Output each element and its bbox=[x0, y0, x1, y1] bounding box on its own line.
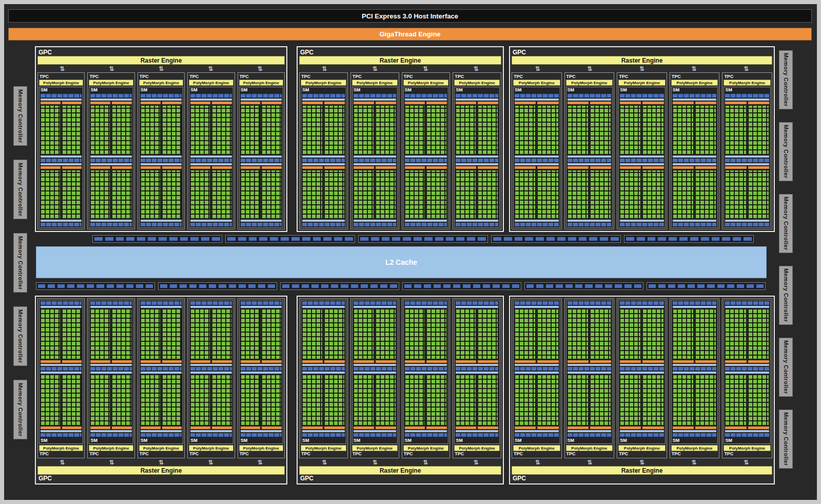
core-grid bbox=[90, 170, 110, 219]
core-grid bbox=[673, 375, 694, 426]
polymorph-engine: PolyMorph Engine bbox=[352, 445, 398, 451]
memory-link-tile bbox=[302, 237, 311, 241]
sm-block: SM bbox=[513, 87, 560, 228]
memory-link-tile bbox=[291, 237, 300, 241]
core-grid bbox=[590, 375, 611, 426]
tpc-block: TPCPolyMorph EngineSM bbox=[299, 72, 348, 229]
core-grid bbox=[62, 309, 82, 360]
sm-half bbox=[537, 166, 558, 219]
core-grid bbox=[141, 105, 161, 154]
blue-bar bbox=[620, 301, 664, 305]
sm-half bbox=[190, 309, 210, 363]
light-bar bbox=[190, 364, 231, 366]
polymorph-engine: PolyMorph Engine bbox=[89, 445, 133, 451]
memory-link-group bbox=[358, 235, 488, 243]
sm-block: SM bbox=[139, 87, 183, 228]
memory-link-tile bbox=[180, 237, 189, 241]
memory-link-tile bbox=[301, 284, 309, 288]
memory-link-tile bbox=[624, 284, 632, 288]
tpc-block: TPCPolyMorph EngineSM bbox=[187, 72, 234, 229]
tpc-row: TPCPolyMorph EngineSMTPCPolyMorph Engine… bbox=[299, 298, 501, 458]
sm-half-row bbox=[354, 375, 396, 430]
orange-bar bbox=[112, 102, 132, 104]
memory-link-tile bbox=[360, 284, 368, 288]
sm-half-row bbox=[141, 375, 182, 430]
core-grid bbox=[620, 170, 641, 219]
core-grid bbox=[324, 309, 345, 360]
sm-half bbox=[241, 166, 261, 219]
light-bar bbox=[141, 306, 182, 308]
sm-half-row bbox=[568, 375, 612, 430]
memory-link-tile bbox=[86, 284, 94, 288]
light-bar bbox=[41, 99, 82, 101]
memory-link-group bbox=[280, 282, 399, 290]
polymorph-engine: PolyMorph Engine bbox=[89, 80, 133, 86]
sm-half bbox=[212, 102, 232, 154]
blue-bar bbox=[515, 433, 559, 437]
sm-internals bbox=[301, 300, 346, 438]
memory-controller: Memory Controller bbox=[779, 338, 793, 397]
blue-bar bbox=[673, 94, 717, 98]
sm-block: SM bbox=[724, 300, 771, 444]
memory-link-tile bbox=[614, 284, 622, 288]
core-grid bbox=[41, 309, 61, 360]
blue-bar bbox=[673, 367, 717, 371]
memory-link-tile bbox=[340, 284, 348, 288]
sm-half bbox=[456, 102, 476, 154]
blue-bar bbox=[568, 367, 612, 371]
sm-half bbox=[673, 102, 694, 154]
sm-half bbox=[62, 102, 82, 154]
tpc-block: TPCPolyMorph EngineSM bbox=[138, 298, 185, 458]
memory-link-tile bbox=[248, 237, 258, 241]
sm-half bbox=[568, 375, 589, 430]
sm-half-row bbox=[620, 102, 664, 154]
sm-label: SM bbox=[724, 438, 770, 443]
sm-half-row bbox=[405, 166, 447, 219]
blue-bar bbox=[241, 367, 282, 371]
memory-link-tile bbox=[76, 284, 85, 288]
tpc-label: TPC bbox=[89, 74, 133, 80]
tpc-label: TPC bbox=[239, 451, 283, 457]
core-grid bbox=[112, 375, 132, 426]
sm-half-row bbox=[354, 166, 396, 219]
light-bar bbox=[515, 99, 559, 101]
sm-block: SM bbox=[39, 300, 83, 444]
memory-link-tile bbox=[145, 284, 153, 288]
memory-link-tile bbox=[445, 237, 455, 241]
updown-arrows-icon: ⇅ bbox=[616, 458, 668, 466]
sm-label: SM bbox=[301, 87, 346, 93]
light-bar bbox=[673, 364, 717, 366]
polymorph-engine: PolyMorph Engine bbox=[454, 80, 500, 86]
tpc-block: TPCPolyMorph EngineSM bbox=[87, 298, 134, 458]
sm-internals bbox=[672, 93, 718, 227]
memory-link-tile bbox=[636, 237, 646, 241]
sm-half-row bbox=[515, 102, 559, 154]
blue-bar bbox=[354, 94, 396, 98]
sm-half bbox=[302, 166, 323, 219]
polymorph-engine: PolyMorph Engine bbox=[671, 80, 718, 86]
sm-block: SM bbox=[671, 300, 718, 444]
light-bar bbox=[190, 163, 231, 165]
light-bar bbox=[302, 372, 345, 374]
sm-label: SM bbox=[619, 87, 665, 93]
light-bar bbox=[725, 372, 769, 374]
core-grid bbox=[515, 105, 536, 154]
memory-link-tile bbox=[732, 237, 741, 241]
orange-bar bbox=[748, 361, 769, 363]
core-grid bbox=[241, 309, 261, 360]
blue-bar bbox=[456, 94, 498, 98]
core-grid bbox=[405, 375, 425, 426]
polymorph-engine: PolyMorph Engine bbox=[454, 445, 500, 451]
light-bar bbox=[302, 99, 345, 101]
blue-bar bbox=[515, 301, 559, 305]
light-bar bbox=[568, 156, 612, 158]
tpc-label: TPC bbox=[566, 451, 613, 457]
tpc-label: TPC bbox=[724, 74, 771, 80]
sm-label: SM bbox=[140, 87, 183, 93]
light-bar bbox=[515, 156, 559, 158]
tpc-label: TPC bbox=[513, 451, 560, 457]
sm-half-row bbox=[673, 166, 717, 219]
updown-arrows-icon: ⇅ bbox=[720, 65, 772, 72]
sm-half-row bbox=[405, 102, 447, 154]
sm-half bbox=[354, 102, 374, 154]
